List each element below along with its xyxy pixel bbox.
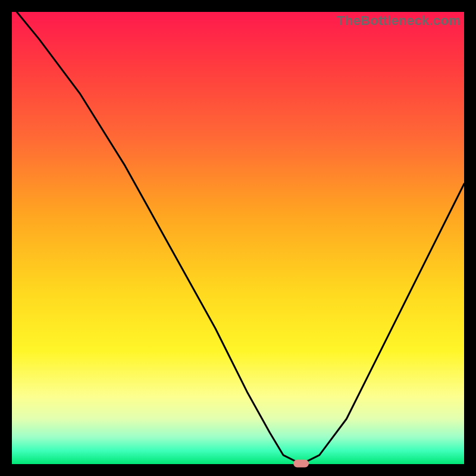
- bottleneck-curve: [12, 12, 464, 464]
- chart-container: TheBottleneck.com: [0, 0, 476, 476]
- curve-path: [12, 12, 464, 464]
- plot-area: TheBottleneck.com: [12, 12, 464, 464]
- optimal-point-marker: [293, 460, 309, 468]
